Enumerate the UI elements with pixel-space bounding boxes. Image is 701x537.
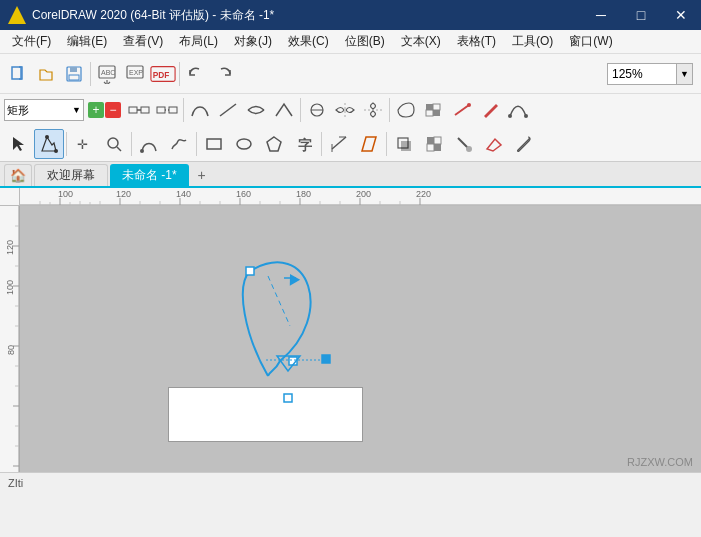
svg-rect-103 [246, 267, 254, 275]
export-btn[interactable]: EXP [121, 60, 149, 88]
svg-text:120: 120 [5, 240, 15, 255]
bezier-tool[interactable] [134, 129, 164, 159]
node-tool[interactable] [34, 129, 64, 159]
svg-rect-37 [207, 139, 221, 149]
redo-btn[interactable] [210, 60, 238, 88]
undo-btn[interactable] [182, 60, 210, 88]
eraser-tool[interactable] [479, 129, 509, 159]
curve-smooth-btn[interactable] [186, 96, 214, 124]
svg-point-31 [45, 135, 49, 139]
select-tool[interactable] [4, 129, 34, 159]
sep1 [90, 62, 91, 86]
home-tab-icon[interactable]: 🏠 [4, 164, 32, 186]
reflect-x-btn[interactable] [331, 96, 359, 124]
zoom-value: 125% [612, 67, 643, 81]
paintbrush-tool[interactable] [449, 129, 479, 159]
tool-sep3 [196, 132, 197, 156]
menu-item-c[interactable]: 效果(C) [280, 31, 337, 52]
title-bar: CorelDRAW 2020 (64-Bit 评估版) - 未命名 -1* ─ … [0, 0, 701, 30]
svg-point-32 [54, 149, 58, 153]
svg-text:140: 140 [176, 189, 191, 199]
eyedrop-tool[interactable] [509, 129, 539, 159]
zoom-tool[interactable] [99, 129, 129, 159]
svg-text:EXP: EXP [129, 69, 143, 76]
minimize-button[interactable]: ─ [581, 0, 621, 30]
app-icon [8, 6, 26, 24]
svg-rect-49 [434, 137, 441, 144]
pen-tool-btn[interactable] [448, 96, 476, 124]
join-nodes-btn[interactable] [125, 96, 153, 124]
drawing-canvas [20, 206, 701, 472]
menu-item-o[interactable]: 工具(O) [504, 31, 561, 52]
tool-sep2 [131, 132, 132, 156]
remove-node-btn[interactable]: − [105, 102, 121, 118]
ellipse-tool[interactable] [229, 129, 259, 159]
menu-item-e[interactable]: 编辑(E) [59, 31, 115, 52]
menu-item-j[interactable]: 对象(J) [226, 31, 280, 52]
document-tab[interactable]: 未命名 -1* [110, 164, 189, 186]
pan-tool[interactable]: ✛ [69, 129, 99, 159]
sep2 [179, 62, 180, 86]
secondary-toolbar: 矩形 ▼ + − [0, 94, 701, 126]
menu-item-b[interactable]: 位图(B) [337, 31, 393, 52]
canvas-area: 100 120 140 160 [0, 188, 701, 472]
svg-text:✛: ✛ [77, 137, 88, 152]
shape-selector[interactable]: 矩形 ▼ [4, 99, 84, 121]
watermark: RJZXW.COM [627, 456, 693, 468]
sep3 [183, 98, 184, 122]
closed-path-btn[interactable] [392, 96, 420, 124]
symmetrical-btn[interactable] [242, 96, 270, 124]
dimension-tool[interactable] [324, 129, 354, 159]
checkerboard-btn[interactable] [420, 96, 448, 124]
svg-line-41 [332, 137, 346, 149]
svg-text:100: 100 [58, 189, 73, 199]
break-nodes-btn[interactable] [153, 96, 181, 124]
menu-item-l[interactable]: 布局(L) [171, 31, 226, 52]
window-controls: ─ □ ✕ [581, 0, 701, 30]
text-tool[interactable]: 字 [289, 129, 319, 159]
left-ruler: 120 100 80 [0, 206, 20, 472]
line-btn[interactable] [214, 96, 242, 124]
pdf-btn[interactable]: PDF [149, 60, 177, 88]
shadow-tool[interactable] [389, 129, 419, 159]
sep4 [300, 98, 301, 122]
add-node-btn[interactable]: + [88, 102, 104, 118]
polygon-tool[interactable] [259, 129, 289, 159]
checker-tool[interactable] [419, 129, 449, 159]
import-btn[interactable]: ABC [93, 60, 121, 88]
zoom-input[interactable]: 125% [607, 63, 677, 85]
bezier-tool2-btn[interactable] [504, 96, 532, 124]
cusp-btn[interactable] [270, 96, 298, 124]
svg-point-38 [237, 139, 251, 149]
menu-item-f[interactable]: 文件(F) [4, 31, 59, 52]
maximize-button[interactable]: □ [621, 0, 661, 30]
open-button[interactable] [32, 60, 60, 88]
elastic-btn[interactable] [303, 96, 331, 124]
save-button[interactable] [60, 60, 88, 88]
close-button[interactable]: ✕ [661, 0, 701, 30]
menu-item-w[interactable]: 窗口(W) [561, 31, 620, 52]
menu-item-v[interactable]: 查看(V) [115, 31, 171, 52]
svg-rect-24 [433, 110, 440, 116]
skew-tool[interactable] [354, 129, 384, 159]
svg-text:100: 100 [5, 280, 15, 295]
new-button[interactable] [4, 60, 32, 88]
menu-item-x[interactable]: 文本(X) [393, 31, 449, 52]
sep5 [389, 98, 390, 122]
add-tab-btn[interactable]: + [191, 164, 213, 186]
zoom-dropdown-btn[interactable]: ▼ [677, 63, 693, 85]
reflect-y-btn[interactable] [359, 96, 387, 124]
tool-sep5 [386, 132, 387, 156]
rect-tool[interactable] [199, 129, 229, 159]
ruler-corner [0, 188, 20, 205]
welcome-tab[interactable]: 欢迎屏幕 [34, 164, 108, 186]
svg-text:80: 80 [6, 345, 16, 355]
svg-rect-3 [69, 75, 79, 80]
tools-row: ✛ 字 [0, 126, 701, 162]
fill-tool-btn[interactable] [476, 96, 504, 124]
svg-rect-25 [426, 110, 433, 116]
svg-text:220: 220 [416, 189, 431, 199]
menu-item-t[interactable]: 表格(T) [449, 31, 504, 52]
svg-rect-26 [433, 104, 440, 110]
freehand-tool[interactable] [164, 129, 194, 159]
